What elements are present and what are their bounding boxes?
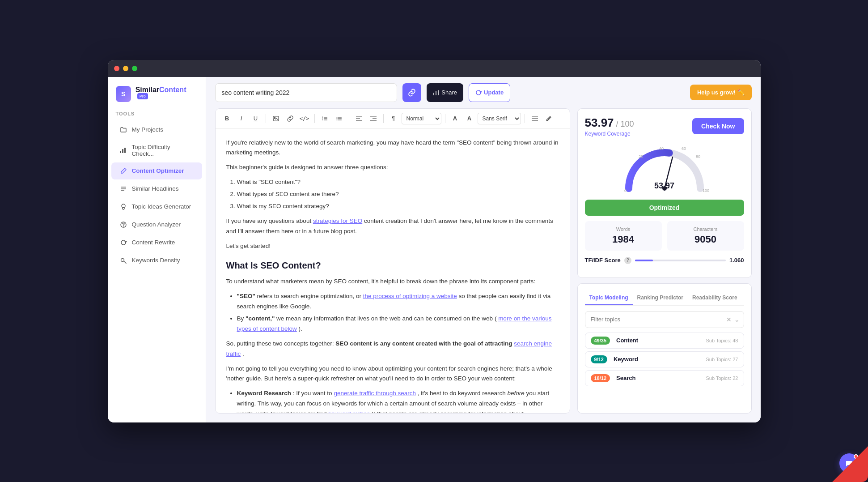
logo-icon: S <box>116 86 131 102</box>
bold-button[interactable]: B <box>221 112 233 125</box>
optimized-button: Optimized <box>585 200 744 216</box>
svg-point-18 <box>336 117 337 118</box>
toolbar-separator-3 <box>349 114 349 123</box>
filter-topics-input[interactable] <box>585 311 744 328</box>
topic-search-input[interactable]: seo content writing 2022 <box>215 83 398 102</box>
align-justify-button[interactable] <box>529 112 541 125</box>
update-button[interactable]: Update <box>469 83 510 102</box>
svg-point-6 <box>122 204 125 208</box>
list-item[interactable]: 49/35 Content Sub Topics: 48 <box>585 333 744 349</box>
sidebar-item-label: Topic Ideas Generator <box>132 203 191 210</box>
edit-icon <box>119 167 127 175</box>
score-total: / 100 <box>614 119 634 128</box>
svg-text:60: 60 <box>682 146 686 151</box>
share-button[interactable]: Share <box>427 83 463 102</box>
sidebar-item-similar-headlines[interactable]: Similar Headlines <box>111 180 202 197</box>
score-value: 53.97 <box>585 116 614 129</box>
stats-row: Words 1984 Characters 9050 <box>585 221 744 251</box>
font-highlight-button[interactable]: A <box>463 112 476 125</box>
tfidf-row: TF/IDF Score ? 1.060 <box>585 257 744 264</box>
svg-text:80: 80 <box>696 154 700 159</box>
font-color-button[interactable]: A <box>449 112 462 125</box>
list-item[interactable]: 18/12 Search Sub Topics: 22 <box>585 370 744 386</box>
sidebar-item-topic-difficulty[interactable]: Topic Difficulty Check... <box>111 139 202 162</box>
svg-text:40: 40 <box>659 146 664 151</box>
topic-tabs: Topic Modeling Ranking Predictor Readabi… <box>585 291 744 306</box>
sub-topics-keyword: Sub Topics: 27 <box>706 357 738 362</box>
topic-name-search: Search <box>616 375 635 381</box>
align-left-button[interactable] <box>353 112 365 125</box>
main-content: seo content writing 2022 Share Update He… <box>206 77 761 422</box>
tfidf-help-icon[interactable]: ? <box>624 257 631 264</box>
tfidf-label: TF/IDF Score <box>585 257 621 264</box>
close-dot[interactable] <box>114 66 119 71</box>
editor-body[interactable]: If you're relatively new to the world of… <box>216 129 570 413</box>
sidebar-item-content-rewrite[interactable]: Content Rewrite <box>111 234 202 251</box>
format-select[interactable]: Normal Heading 1 Heading 2 Heading 3 <box>402 113 441 124</box>
sidebar: S SimilarContent Pro TOOLS My Projects T… <box>108 77 206 422</box>
titlebar <box>108 60 761 77</box>
question-icon <box>119 221 127 229</box>
tfidf-fill <box>635 260 653 261</box>
dropdown-filter-icon[interactable]: ⌄ <box>734 316 740 323</box>
link-button[interactable] <box>284 112 296 125</box>
tfidf-bar <box>635 260 726 261</box>
logo-text: SimilarContent Pro <box>135 86 198 102</box>
tab-topic-modeling[interactable]: Topic Modeling <box>585 291 633 305</box>
right-panel: 53.97 / 100 Keyword Coverage Check Now <box>577 108 752 414</box>
image-button[interactable] <box>270 112 282 125</box>
sidebar-item-label: Question Analyzer <box>132 221 181 228</box>
top-bar: seo content writing 2022 Share Update He… <box>206 77 761 108</box>
sidebar-item-label: Keywords Density <box>132 257 180 264</box>
gauge-score-label: 53.97 <box>654 181 674 191</box>
sidebar-item-my-projects[interactable]: My Projects <box>111 121 202 138</box>
minimize-dot[interactable] <box>123 66 128 71</box>
words-value: 1984 <box>590 234 656 245</box>
topic-badge-content: 49/35 <box>591 337 610 345</box>
italic-button[interactable]: I <box>235 112 248 125</box>
ordered-list-button[interactable]: 1.2.3. <box>318 112 331 125</box>
svg-rect-0 <box>120 151 121 153</box>
score-display: 53.97 / 100 <box>585 116 634 130</box>
words-stat: Words 1984 <box>585 221 662 251</box>
sidebar-item-question-analyzer[interactable]: Question Analyzer <box>111 216 202 233</box>
tools-label: TOOLS <box>108 111 206 121</box>
underline-button[interactable]: U <box>250 112 262 125</box>
characters-value: 9050 <box>673 234 739 245</box>
check-now-button[interactable]: Check Now <box>692 118 744 134</box>
list-item[interactable]: 9/12 Keyword Sub Topics: 27 <box>585 351 744 367</box>
sub-topics-search: Sub Topics: 22 <box>706 375 738 381</box>
pro-badge: Pro <box>137 93 148 99</box>
toolbar-separator-6 <box>525 114 525 123</box>
clear-format-button[interactable] <box>543 112 555 125</box>
app-content: S SimilarContent Pro TOOLS My Projects T… <box>108 77 761 422</box>
characters-label: Characters <box>673 226 739 232</box>
font-select[interactable]: Sans Serif Serif Monospace <box>478 113 521 124</box>
gauge-container: 0 20 40 60 80 100 <box>585 141 744 195</box>
maximize-dot[interactable] <box>132 66 137 71</box>
folder-icon <box>119 126 127 134</box>
topic-name-content: Content <box>616 337 638 344</box>
filter-input-container: ✕ ⌄ <box>585 311 744 328</box>
bulb-icon <box>119 203 127 211</box>
code-button[interactable]: </> <box>298 112 311 125</box>
sidebar-item-keywords-density[interactable]: Keywords Density <box>111 252 202 269</box>
indent-button[interactable]: ¶ <box>387 112 400 125</box>
toolbar-separator-5 <box>445 114 445 123</box>
clear-filter-icon[interactable]: ✕ <box>726 316 732 323</box>
tab-ranking-predictor[interactable]: Ranking Predictor <box>633 291 688 305</box>
topics-panel: Topic Modeling Ranking Predictor Readabi… <box>577 283 752 414</box>
topic-name-keyword: Keyword <box>614 356 638 363</box>
toolbar-separator-2 <box>314 114 315 123</box>
unordered-list-button[interactable] <box>333 112 345 125</box>
toolbar-separator <box>266 114 266 123</box>
sidebar-item-topic-ideas[interactable]: Topic Ideas Generator <box>111 198 202 215</box>
link-icon-button[interactable] <box>402 83 421 102</box>
sidebar-item-content-optimizer[interactable]: Content Optimizer <box>111 162 202 179</box>
tab-readability-score[interactable]: Readability Score <box>688 291 742 305</box>
align-right-button[interactable] <box>367 112 380 125</box>
svg-point-20 <box>336 119 337 120</box>
sidebar-item-label: My Projects <box>132 126 164 133</box>
editor-container: B I U </> 1.2.3. <box>215 108 570 414</box>
help-us-grow-button[interactable]: Help us grow! ✏️ <box>690 85 752 100</box>
